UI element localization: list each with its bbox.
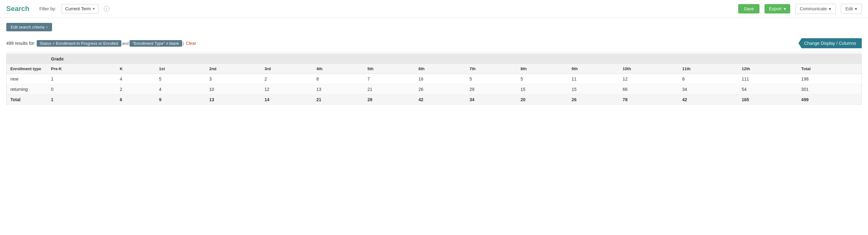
edit-button[interactable]: Edit ▾: [841, 4, 862, 14]
data-cell: 21: [364, 84, 415, 95]
data-cell: 26: [568, 95, 619, 105]
export-button[interactable]: Export ▾: [765, 4, 790, 13]
criteria-row: 499 results for: Status = Enrollment In …: [0, 38, 868, 52]
data-cell: 3: [206, 74, 260, 84]
enrollment-type-cell: returning: [7, 84, 48, 95]
data-cell: 10: [206, 84, 260, 95]
filter-label: Filter by:: [39, 6, 56, 11]
data-cell: 26: [415, 84, 466, 95]
pipe-separator: |: [183, 41, 184, 46]
data-cell: 34: [678, 84, 738, 95]
data-cell: 16: [415, 74, 466, 84]
save-button[interactable]: Save: [738, 4, 760, 13]
data-cell: 12: [261, 84, 313, 95]
data-cell: 13: [313, 84, 364, 95]
edit-criteria-button[interactable]: Edit search criteria ›: [6, 23, 52, 31]
grade-col-2nd: 2nd: [206, 64, 260, 74]
data-cell: 5: [155, 74, 206, 84]
data-cell: 1: [48, 95, 116, 105]
enrollment-table: Grade Enrollment typePre-KK1st2nd3rd4th5…: [6, 54, 862, 105]
grade-col-4th: 4th: [313, 64, 364, 74]
filter-by-dropdown[interactable]: Current Term ▾: [61, 4, 98, 13]
data-cell: 12: [619, 74, 679, 84]
data-cell: 4: [116, 74, 155, 84]
criteria-section: Edit search criteria ›: [0, 18, 868, 38]
enrollment-type-col: Enrollment type: [7, 64, 48, 74]
grade-header: Grade: [48, 54, 862, 64]
grade-col-12th: 12th: [738, 64, 798, 74]
grade-col-1st: 1st: [155, 64, 206, 74]
data-cell: 198: [798, 74, 861, 84]
data-cell: 7: [364, 74, 415, 84]
data-cell: 42: [415, 95, 466, 105]
grade-col-10th: 10th: [619, 64, 679, 74]
data-cell: 6: [116, 95, 155, 105]
communicate-button[interactable]: Communicate ▾: [795, 4, 836, 14]
enrollment-type-col-header: [7, 54, 48, 64]
chevron-down-icon: ▾: [93, 7, 95, 11]
page-header: Search Filter by: Current Term ▾ i Save …: [0, 0, 868, 18]
grade-col-5th: 5th: [364, 64, 415, 74]
grade-col-k: K: [116, 64, 155, 74]
data-cell: 9: [155, 95, 206, 105]
enrollment-type-cell: new: [7, 74, 48, 84]
table-row: new1453287165511128111198: [7, 74, 862, 84]
data-cell: 78: [619, 95, 679, 105]
data-cell: 499: [798, 95, 861, 105]
export-label: Export: [769, 6, 781, 11]
data-cell: 11: [568, 74, 619, 84]
table-body: new1453287165511128111198returning024101…: [7, 74, 862, 105]
data-cell: 165: [738, 95, 798, 105]
table-row: returning0241012132126291515663454301: [7, 84, 862, 95]
data-cell: 2: [116, 84, 155, 95]
change-display-columns-button[interactable]: Change Display / Columns: [798, 38, 862, 48]
divider: [6, 52, 862, 52]
data-cell: 13: [206, 95, 260, 105]
filter-and-text: and: [122, 41, 129, 46]
data-cell: 111: [738, 74, 798, 84]
grade-col-8th: 8th: [517, 64, 568, 74]
chevron-down-icon: ▾: [855, 6, 857, 11]
filter-tag-1: Status = Enrollment In Progress or Enrol…: [37, 40, 121, 47]
chevron-down-icon: ▾: [784, 6, 786, 11]
edit-criteria-label: Edit search criteria: [11, 25, 44, 29]
data-cell: 5: [517, 74, 568, 84]
enrollment-table-container: Grade Enrollment typePre-KK1st2nd3rd4th5…: [0, 54, 868, 105]
grade-col-3rd: 3rd: [261, 64, 313, 74]
data-cell: 301: [798, 84, 861, 95]
page-title: Search: [6, 5, 29, 13]
data-cell: 4: [155, 84, 206, 95]
data-cell: 28: [364, 95, 415, 105]
data-cell: 15: [517, 84, 568, 95]
data-cell: 14: [261, 95, 313, 105]
data-cell: 15: [568, 84, 619, 95]
data-cell: 8: [678, 74, 738, 84]
data-cell: 5: [466, 74, 517, 84]
grade-col-pre-k: Pre-K: [48, 64, 116, 74]
edit-label: Edit: [845, 6, 853, 11]
table-row: Total16913142128423420267842165499: [7, 95, 862, 105]
data-cell: 1: [48, 74, 116, 84]
grade-col-9th: 9th: [568, 64, 619, 74]
column-header-row: Enrollment typePre-KK1st2nd3rd4th5th6th7…: [7, 64, 862, 74]
communicate-label: Communicate: [800, 6, 827, 11]
data-cell: 66: [619, 84, 679, 95]
info-icon[interactable]: i: [104, 6, 110, 11]
grade-col-11th: 11th: [678, 64, 738, 74]
data-cell: 54: [738, 84, 798, 95]
grade-col-6th: 6th: [415, 64, 466, 74]
data-cell: 34: [466, 95, 517, 105]
data-cell: 8: [313, 74, 364, 84]
grade-col-total: Total: [798, 64, 861, 74]
grade-header-row: Grade: [7, 54, 862, 64]
data-cell: 21: [313, 95, 364, 105]
data-cell: 42: [678, 95, 738, 105]
data-cell: 2: [261, 74, 313, 84]
data-cell: 29: [466, 84, 517, 95]
chevron-down-icon: ▾: [829, 6, 831, 11]
data-cell: 20: [517, 95, 568, 105]
arrow-right-icon: ›: [46, 25, 48, 29]
clear-link[interactable]: Clear: [186, 41, 196, 46]
enrollment-type-cell: Total: [7, 95, 48, 105]
results-count: 499 results for:: [6, 41, 35, 46]
